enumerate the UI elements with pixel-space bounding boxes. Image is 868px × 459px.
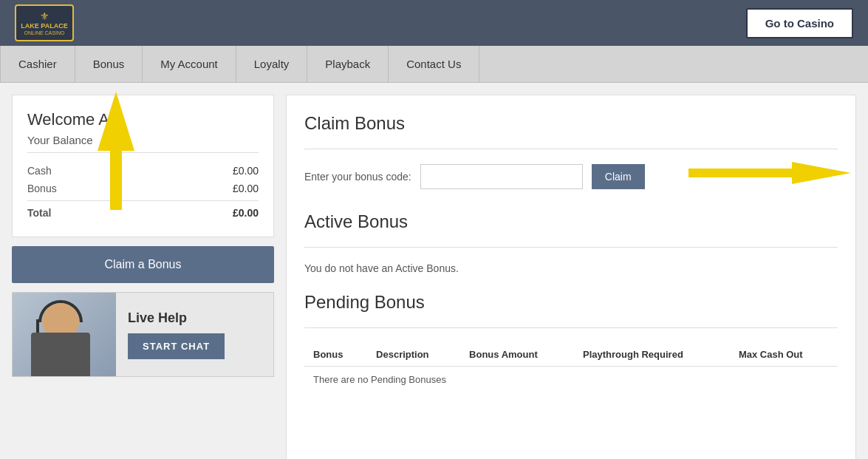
bonus-value: £0.00 [233,183,259,194]
header: ⚜ LAKE PALACE ONLINE CASINO Go to Casino [0,0,868,46]
headset-person-image [20,296,109,377]
no-pending-row: There are no Pending Bonuses [304,367,838,393]
col-bonus: Bonus [304,343,367,367]
pending-bonus-table: Bonus Description Bonus Amount Playthrou… [304,343,838,392]
logo-container: ⚜ LAKE PALACE ONLINE CASINO [15,4,74,41]
live-help-image [13,292,116,377]
bonus-label: Bonus [27,183,57,194]
claim-bonus-divider [304,149,838,149]
right-panel: Claim Bonus Enter your bonus code: Claim… [286,95,856,459]
annotation-arrow-right [688,158,851,188]
bonus-balance-row: Bonus £0.00 [27,180,259,197]
pending-table-body: There are no Pending Bonuses [304,367,838,393]
pending-bonus-title: Pending Bonus [304,292,838,313]
col-playthrough: Playthrough Required [574,343,730,367]
bonus-code-row: Enter your bonus code: Claim [304,164,838,189]
logo-title: LAKE PALACE [21,22,67,30]
active-bonus-divider [304,247,838,248]
welcome-title: Welcome A! [27,110,259,129]
pending-bonus-section: Pending Bonus Bonus Description Bonus Am… [304,292,838,392]
sidebar-item-cashier[interactable]: Cashier [0,46,75,82]
bonus-code-input[interactable] [420,164,583,189]
col-description: Description [367,343,460,367]
active-bonus-message: You do not have an Active Bonus. [304,262,838,274]
sidebar-item-loyalty[interactable]: Loyalty [236,46,308,82]
claim-bonus-title: Claim Bonus [304,113,838,134]
active-bonus-section: Active Bonus You do not have an Active B… [304,211,838,274]
cash-value: £0.00 [233,165,259,177]
no-pending-message: There are no Pending Bonuses [304,367,838,393]
claim-bonus-section: Claim Bonus Enter your bonus code: Claim [304,113,838,189]
logo-subtitle: ONLINE CASINO [24,30,65,35]
sidebar-item-playback[interactable]: Playback [307,46,389,82]
logo: ⚜ LAKE PALACE ONLINE CASINO [15,4,74,41]
col-max-cash-out: Max Cash Out [730,343,838,367]
pending-table-header-row: Bonus Description Bonus Amount Playthrou… [304,343,838,367]
live-help-text-area: Live Help START CHAT [116,302,273,368]
sidebar-item-bonus[interactable]: Bonus [75,46,143,82]
sidebar-item-my-account[interactable]: My Account [143,46,236,82]
live-help-card: Live Help START CHAT [12,292,274,377]
pending-bonus-divider [304,327,838,328]
main-content: Welcome A! Your Balance Cash £0.00 Bonus… [0,83,868,459]
left-panel: Welcome A! Your Balance Cash £0.00 Bonus… [12,95,274,459]
claim-code-button[interactable]: Claim [592,164,645,189]
your-balance-label: Your Balance [27,134,259,153]
balance-card: Welcome A! Your Balance Cash £0.00 Bonus… [12,95,274,237]
total-balance-row: Total £0.00 [27,200,259,222]
cash-label: Cash [27,165,52,177]
claim-bonus-button[interactable]: Claim a Bonus [12,246,274,283]
headset-mic-icon [36,319,39,334]
go-to-casino-button[interactable]: Go to Casino [746,8,853,38]
enter-code-label: Enter your bonus code: [304,171,411,183]
sidebar-item-contact-us[interactable]: Contact Us [389,46,479,82]
logo-icon: ⚜ [40,10,49,22]
start-chat-button[interactable]: START CHAT [128,333,225,359]
live-help-title: Live Help [128,310,262,326]
svg-marker-1 [688,162,851,184]
total-value: £0.00 [233,207,259,219]
navigation: Cashier Bonus My Account Loyalty Playbac… [0,46,868,83]
col-bonus-amount: Bonus Amount [460,343,574,367]
cash-balance-row: Cash £0.00 [27,162,259,180]
person-body [31,333,90,377]
pending-table-head: Bonus Description Bonus Amount Playthrou… [304,343,838,367]
active-bonus-title: Active Bonus [304,211,838,232]
total-label: Total [27,207,51,219]
